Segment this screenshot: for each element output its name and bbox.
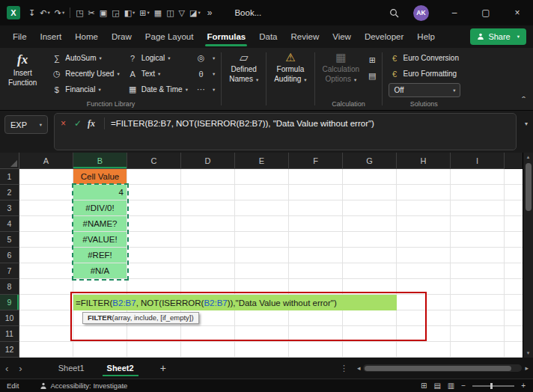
cell-i5[interactable] bbox=[451, 232, 505, 248]
cell-a5[interactable] bbox=[19, 232, 73, 248]
tab-view[interactable]: View bbox=[326, 25, 358, 48]
cell-g6[interactable] bbox=[343, 248, 397, 263]
cell-g4[interactable] bbox=[343, 216, 397, 232]
formula-bar-expand-icon[interactable]: ▾ bbox=[525, 120, 528, 127]
financial-button[interactable]: $Financial▾ bbox=[47, 82, 123, 97]
vertical-scrollbar[interactable]: ▴ ▾ bbox=[523, 153, 533, 358]
insert-function-button[interactable]: fx Insert Function bbox=[3, 48, 42, 88]
cell-a11[interactable] bbox=[19, 326, 73, 342]
cell-f5[interactable] bbox=[289, 232, 343, 248]
row-header-7[interactable]: 7 bbox=[0, 263, 19, 279]
column-header-i[interactable]: I bbox=[451, 153, 505, 169]
cell-a3[interactable] bbox=[19, 200, 73, 216]
name-box[interactable]: EXP ▾ bbox=[4, 115, 48, 134]
cell-b11[interactable] bbox=[73, 326, 127, 342]
cell-a1[interactable] bbox=[19, 169, 73, 185]
cell-i9[interactable] bbox=[451, 295, 505, 310]
scroll-down-icon[interactable]: ▾ bbox=[527, 349, 530, 358]
cell-c6[interactable] bbox=[127, 248, 181, 263]
enter-icon[interactable]: ✓ bbox=[74, 118, 88, 129]
cell-i12[interactable] bbox=[451, 342, 505, 358]
calculate-now-button[interactable]: ⊞ bbox=[368, 55, 376, 65]
cell-c12[interactable] bbox=[127, 342, 181, 358]
lookup-reference-button[interactable]: ◎▾ bbox=[192, 50, 219, 66]
cell-i10[interactable] bbox=[451, 310, 505, 326]
filter-button[interactable]: ▽ bbox=[177, 4, 187, 22]
column-header-e[interactable]: E bbox=[235, 153, 289, 169]
vertical-scrollbar-thumb[interactable] bbox=[526, 163, 532, 211]
cell-c5[interactable] bbox=[127, 232, 181, 248]
tab-formulas[interactable]: Formulas bbox=[200, 25, 252, 48]
cell-a9[interactable] bbox=[19, 295, 73, 310]
cell-h3[interactable] bbox=[397, 200, 451, 216]
cell-c8[interactable] bbox=[127, 279, 181, 295]
row-header-2[interactable]: 2 bbox=[0, 185, 19, 200]
logical-button[interactable]: ?Logical▾ bbox=[124, 50, 192, 66]
cut-button[interactable]: ✂ bbox=[86, 4, 97, 22]
insert-function-fx-icon[interactable]: fx bbox=[88, 118, 103, 129]
tab-file[interactable]: File bbox=[6, 25, 34, 48]
avatar[interactable]: AK bbox=[413, 5, 429, 21]
search-icon[interactable] bbox=[384, 3, 403, 22]
cell-c2[interactable] bbox=[127, 185, 181, 200]
calculation-options-button[interactable]: ▦ Calculation Options▾ bbox=[317, 48, 365, 84]
cell-c1[interactable] bbox=[127, 169, 181, 185]
cell-a12[interactable] bbox=[19, 342, 73, 358]
cell-a8[interactable] bbox=[19, 279, 73, 295]
cell-f12[interactable] bbox=[289, 342, 343, 358]
cell-d5[interactable] bbox=[181, 232, 235, 248]
cell-g1[interactable] bbox=[343, 169, 397, 185]
cell-edit-formula[interactable]: =FILTER(B2:B7, NOT(ISERROR(B2:B7)), "Dat… bbox=[73, 295, 397, 310]
cell-b1[interactable]: Cell Value bbox=[73, 169, 127, 185]
tab-home[interactable]: Home bbox=[68, 25, 105, 48]
page-break-view-button[interactable]: ▥ bbox=[448, 382, 454, 390]
cell-i11[interactable] bbox=[451, 326, 505, 342]
cell-d3[interactable] bbox=[181, 200, 235, 216]
cancel-icon[interactable]: × bbox=[61, 118, 74, 129]
page-layout-view-button[interactable]: ▤ bbox=[433, 382, 440, 390]
horizontal-scrollbar-track[interactable] bbox=[363, 364, 522, 372]
paste-button[interactable]: ▣ bbox=[97, 4, 109, 22]
cell-e4[interactable] bbox=[235, 216, 289, 232]
zoom-in-button[interactable]: + bbox=[521, 382, 526, 390]
tab-page-layout[interactable]: Page Layout bbox=[138, 25, 201, 48]
cell-f8[interactable] bbox=[289, 279, 343, 295]
sheet-nav-right-icon[interactable]: › bbox=[13, 363, 27, 374]
row-header-12[interactable]: 12 bbox=[0, 342, 19, 358]
cell-e1[interactable] bbox=[235, 169, 289, 185]
column-header-f[interactable]: F bbox=[289, 153, 343, 169]
zoom-slider-knob[interactable] bbox=[490, 383, 493, 389]
tab-insert[interactable]: Insert bbox=[34, 25, 69, 48]
cell-a2[interactable] bbox=[19, 185, 73, 200]
sheet-tab-sheet1[interactable]: Sheet1 bbox=[47, 358, 96, 379]
row-header-9[interactable]: 9 bbox=[0, 295, 19, 310]
cell-e3[interactable] bbox=[235, 200, 289, 216]
zoom-slider[interactable] bbox=[472, 385, 514, 387]
undo-button[interactable]: ↶▾ bbox=[37, 4, 52, 22]
cell-h10[interactable] bbox=[397, 310, 451, 326]
cell-g3[interactable] bbox=[343, 200, 397, 216]
cell-f4[interactable] bbox=[289, 216, 343, 232]
cell-e7[interactable] bbox=[235, 263, 289, 279]
cell-h8[interactable] bbox=[397, 279, 451, 295]
cell-c11[interactable] bbox=[127, 326, 181, 342]
normal-view-button[interactable]: ⊞ bbox=[421, 382, 427, 390]
chart-button[interactable]: ◪▾ bbox=[187, 4, 203, 22]
cell-f1[interactable] bbox=[289, 169, 343, 185]
cell-g12[interactable] bbox=[343, 342, 397, 358]
cell-c7[interactable] bbox=[127, 263, 181, 279]
cell-d6[interactable] bbox=[181, 248, 235, 263]
sheet-nav-left-icon[interactable]: ‹ bbox=[0, 363, 13, 374]
cell-f2[interactable] bbox=[289, 185, 343, 200]
cell-f3[interactable] bbox=[289, 200, 343, 216]
cell-i4[interactable] bbox=[451, 216, 505, 232]
accessibility-checker[interactable]: Accessibility: Investigate bbox=[40, 382, 127, 390]
cell-i3[interactable] bbox=[451, 200, 505, 216]
cell-g7[interactable] bbox=[343, 263, 397, 279]
cell-e11[interactable] bbox=[235, 326, 289, 342]
cell-f6[interactable] bbox=[289, 248, 343, 263]
cell-h7[interactable] bbox=[397, 263, 451, 279]
freeze-panes-button[interactable]: ◫ bbox=[164, 4, 176, 22]
scroll-up-icon[interactable]: ▴ bbox=[527, 153, 530, 162]
cell-b6[interactable]: #REF! bbox=[73, 248, 127, 263]
